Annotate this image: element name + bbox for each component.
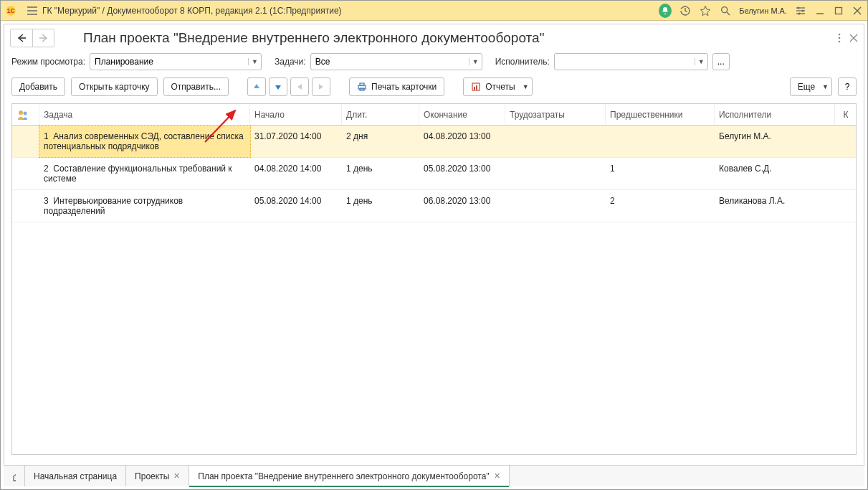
user-menu[interactable]: Белугин М.А. xyxy=(739,6,787,15)
assignee-more-button[interactable]: ... xyxy=(712,53,730,70)
cell-duration: 2 дня xyxy=(342,126,419,157)
settings-icon[interactable] xyxy=(794,4,807,17)
cell-icon xyxy=(12,158,39,189)
cell-assignees: Белугин М.А. xyxy=(715,126,835,157)
page-menu-icon[interactable] xyxy=(838,33,841,43)
cell-pred: 2 xyxy=(606,190,715,222)
col-assignees[interactable]: Исполнители xyxy=(715,104,835,125)
tab-project-plan[interactable]: План проекта "Внедрение внутреннего элек… xyxy=(189,466,509,486)
move-buttons xyxy=(247,77,330,96)
tasks-label: Задачи: xyxy=(275,57,306,67)
tab-start-page[interactable]: Начальная страница xyxy=(25,466,126,486)
add-button[interactable]: Добавить xyxy=(11,77,65,96)
move-left-button[interactable] xyxy=(290,77,309,96)
print-card-button[interactable]: Печать карточки xyxy=(349,77,444,96)
more-button[interactable]: Еще ▼ xyxy=(790,77,832,96)
move-up-button[interactable] xyxy=(247,77,266,96)
nav-buttons xyxy=(10,29,54,47)
tasks-value: Все xyxy=(315,57,330,67)
app-title: ГК "Меркурий" / Документооборот 8 КОРП, … xyxy=(42,6,342,16)
table-row[interactable]: 1 Анализ современных СЭД, составление сп… xyxy=(12,126,856,158)
cell-assignees: Ковалев С.Д. xyxy=(715,158,835,189)
col-effort[interactable]: Трудозатраты xyxy=(505,104,606,125)
tab-home[interactable] xyxy=(4,466,25,486)
move-down-button[interactable] xyxy=(269,77,287,96)
col-end[interactable]: Окончание xyxy=(419,104,505,125)
titlebar-actions: Белугин М.А. xyxy=(659,4,863,17)
svg-point-5 xyxy=(722,6,728,12)
cell-start: 05.08.2020 14:00 xyxy=(250,190,342,222)
favorite-icon[interactable] xyxy=(699,4,712,17)
cell-start: 31.07.2020 14:00 xyxy=(250,126,342,157)
notifications-icon[interactable] xyxy=(659,4,672,17)
page-header: План проекта "Внедрение внутреннего элек… xyxy=(4,24,864,49)
table-row[interactable]: 3 Интервьюирование сотрудников подраздел… xyxy=(12,190,856,222)
cell-k xyxy=(835,190,857,222)
svg-point-30 xyxy=(19,110,23,115)
history-icon[interactable] xyxy=(679,4,692,17)
col-duration[interactable]: Длит. xyxy=(342,104,419,125)
cell-pred: 1 xyxy=(606,158,715,189)
cell-effort xyxy=(505,158,606,189)
mode-select[interactable]: Планирование ▼ xyxy=(90,53,262,70)
cell-end: 06.08.2020 13:00 xyxy=(419,190,505,222)
cell-assignees: Великанова Л.А. xyxy=(715,190,835,222)
col-icon[interactable] xyxy=(12,104,39,125)
col-start[interactable]: Начало xyxy=(250,104,342,125)
tasks-select[interactable]: Все ▼ xyxy=(310,53,482,70)
cell-start: 04.08.2020 14:00 xyxy=(250,158,342,189)
cell-k xyxy=(835,158,857,189)
close-icon[interactable]: ✕ xyxy=(494,471,500,481)
assignee-label: Исполнитель: xyxy=(495,57,550,67)
svg-point-12 xyxy=(798,12,801,14)
cell-task: 3 Интервьюирование сотрудников подраздел… xyxy=(39,190,250,222)
tab-projects[interactable]: Проекты✕ xyxy=(126,466,189,486)
svg-line-6 xyxy=(727,12,730,15)
dropdown-icon: ▼ xyxy=(469,58,479,65)
page-title: План проекта "Внедрение внутреннего элек… xyxy=(83,30,544,46)
cell-k xyxy=(835,126,857,157)
svg-rect-29 xyxy=(476,85,477,90)
mode-value: Планирование xyxy=(95,57,153,67)
tabs-bar: Начальная страница Проекты✕ План проекта… xyxy=(4,465,864,486)
maximize-button[interactable] xyxy=(833,5,844,17)
assignee-select[interactable]: ▼ xyxy=(554,53,708,70)
search-icon[interactable] xyxy=(719,4,732,17)
svg-rect-25 xyxy=(360,83,364,85)
nav-forward-button[interactable] xyxy=(32,29,54,47)
tasks-grid: Задача Начало Длит. Окончание Трудозатра… xyxy=(11,103,857,455)
menu-icon[interactable] xyxy=(27,6,38,16)
report-icon xyxy=(471,82,481,92)
move-right-button[interactable] xyxy=(312,77,330,96)
page-close-button[interactable] xyxy=(849,34,858,42)
open-card-button[interactable]: Открыть карточку xyxy=(71,77,157,96)
svg-point-11 xyxy=(802,9,804,11)
svg-rect-14 xyxy=(836,7,842,14)
table-row[interactable]: 2 Составление функциональных требований … xyxy=(12,158,856,190)
logo-1c-icon: 1С xyxy=(5,4,22,17)
titlebar: 1С ГК "Меркурий" / Документооборот 8 КОР… xyxy=(1,1,867,21)
send-button[interactable]: Отправить... xyxy=(163,77,229,96)
col-k[interactable]: К xyxy=(835,104,857,125)
svg-rect-28 xyxy=(474,87,475,90)
user-name: Белугин М.А. xyxy=(739,6,787,15)
dropdown-icon: ▼ xyxy=(248,58,258,65)
cell-end: 05.08.2020 13:00 xyxy=(419,158,505,189)
help-button[interactable]: ? xyxy=(838,77,857,96)
col-pred[interactable]: Предшественники xyxy=(606,104,715,125)
svg-point-21 xyxy=(839,41,841,43)
home-icon xyxy=(12,471,16,481)
minimize-button[interactable] xyxy=(814,5,826,17)
svg-point-31 xyxy=(24,111,27,115)
col-task[interactable]: Задача xyxy=(39,104,250,125)
reports-button[interactable]: Отчеты ▼ xyxy=(463,77,532,96)
people-icon xyxy=(16,109,29,121)
nav-back-button[interactable] xyxy=(11,29,32,47)
cell-task: 2 Составление функциональных требований … xyxy=(39,158,250,189)
cell-task: 1 Анализ современных СЭД, составление сп… xyxy=(39,125,251,158)
cell-effort xyxy=(505,190,606,222)
close-icon[interactable]: ✕ xyxy=(173,471,180,481)
caret-down-icon: ▼ xyxy=(822,83,829,90)
svg-point-19 xyxy=(839,34,841,36)
close-button[interactable] xyxy=(852,5,863,17)
